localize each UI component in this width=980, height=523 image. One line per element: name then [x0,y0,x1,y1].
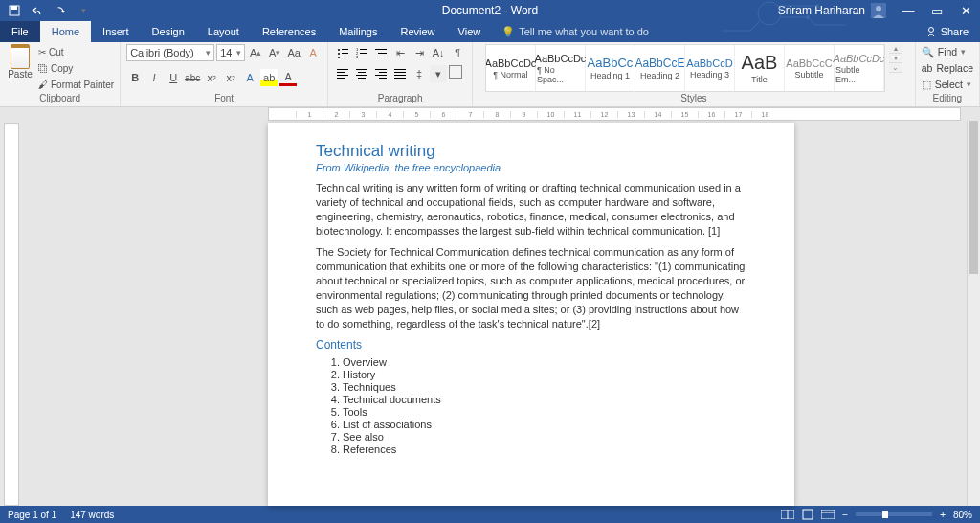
highlight-button[interactable]: ab [260,69,278,86]
italic-button[interactable]: I [145,69,163,86]
svg-rect-31 [375,69,387,70]
list-item[interactable]: Overview [343,355,746,368]
list-item[interactable]: List of associations [343,418,746,430]
user-photo-icon[interactable] [871,3,886,18]
increase-indent-button[interactable]: ⇥ [411,44,428,61]
style--normal[interactable]: AaBbCcDc¶ Normal [486,45,536,91]
bold-button[interactable]: B [126,69,144,86]
align-center-button[interactable] [353,65,370,82]
contents-heading[interactable]: Contents [316,338,746,352]
numbering-button[interactable]: 123 [353,44,370,61]
style-title[interactable]: AaBTitle [735,45,785,91]
zoom-out-button[interactable]: − [842,510,848,520]
subscript-button[interactable]: x2 [203,69,220,86]
text-effects-button[interactable]: A [241,69,258,86]
show-marks-button[interactable]: ¶ [449,44,466,61]
page-count[interactable]: Page 1 of 1 [8,510,56,520]
zoom-level[interactable]: 80% [953,510,972,520]
strike-button[interactable]: abc [184,69,201,86]
multilevel-button[interactable] [372,44,390,61]
bullets-button[interactable] [334,44,351,61]
tab-file[interactable]: File [0,21,40,42]
tab-home[interactable]: Home [40,21,91,42]
clear-format-button[interactable]: A [304,44,322,61]
undo-button[interactable] [27,1,48,20]
share-button[interactable]: Share [914,21,980,42]
select-label: Select [935,79,963,90]
doc-heading[interactable]: Technical writing [316,142,746,161]
maximize-button[interactable]: ▭ [923,0,951,21]
shading-button[interactable]: ▾ [430,65,447,82]
list-item[interactable]: Technical documents [343,393,746,405]
list-item[interactable]: History [343,368,746,380]
scroll-thumb[interactable] [969,121,978,274]
list-item[interactable]: References [343,443,746,455]
tab-view[interactable]: View [447,21,493,42]
borders-button[interactable] [449,65,462,79]
format-painter-button[interactable]: 🖌Format Painter [38,77,114,92]
tab-review[interactable]: Review [390,21,447,42]
tab-layout[interactable]: Layout [196,21,251,42]
word-count[interactable]: 147 words [70,510,114,520]
font-name-select[interactable]: Calibri (Body)▾ [126,44,214,61]
grow-font-button[interactable]: A▴ [247,44,264,61]
cut-button[interactable]: ✂Cut [38,44,114,59]
tab-insert[interactable]: Insert [91,21,141,42]
zoom-in-button[interactable]: + [940,510,946,520]
superscript-button[interactable]: x2 [222,69,239,86]
styles-scroll-up[interactable]: ▴ [889,44,902,54]
align-right-button[interactable] [372,65,390,82]
minimize-button[interactable]: — [894,0,923,21]
style--no-spac-[interactable]: AaBbCcDc¶ No Spac... [536,45,586,91]
style-heading-2[interactable]: AaBbCcEHeading 2 [635,45,685,91]
style-heading-1[interactable]: AaBbCcHeading 1 [586,45,635,91]
tab-mailings[interactable]: Mailings [327,21,389,42]
document-page[interactable]: Technical writing From Wikipedia, the fr… [268,123,794,506]
redo-button[interactable] [50,1,71,20]
font-size-select[interactable]: 14▾ [216,44,245,61]
underline-button[interactable]: U [165,69,182,86]
vertical-scrollbar[interactable] [967,121,980,506]
tab-design[interactable]: Design [141,21,196,42]
replace-button[interactable]: abReplace [922,60,973,76]
copy-button[interactable]: ⿻Copy [38,60,114,76]
list-item[interactable]: Techniques [343,380,746,393]
tab-references[interactable]: References [251,21,327,42]
qat-customize[interactable]: ▾ [73,1,94,20]
doc-para-1[interactable]: Technical writing is any written form of… [316,181,746,238]
styles-scroll-down[interactable]: ▾ [889,54,902,63]
align-left-button[interactable] [334,65,351,82]
styles-expand[interactable]: ⌄ [889,63,902,73]
tell-me-search[interactable]: 💡 Tell me what you want to do [492,21,649,42]
doc-subtitle[interactable]: From Wikipedia, the free encyclopaedia [316,162,746,173]
close-button[interactable]: ✕ [951,0,980,21]
list-item[interactable]: See also [343,430,746,443]
web-layout-button[interactable] [821,510,835,519]
list-item[interactable]: Tools [343,405,746,418]
shrink-font-button[interactable]: A▾ [266,44,283,61]
font-color-button[interactable]: A [279,69,297,86]
editing-group-label: Editing [922,93,973,104]
zoom-slider[interactable] [856,512,932,516]
decrease-indent-button[interactable]: ⇤ [391,44,409,61]
sort-button[interactable]: A↓ [430,44,447,61]
vertical-ruler[interactable] [4,123,19,506]
horizontal-ruler[interactable]: 123456789101112131415161718 [268,107,961,121]
print-layout-button[interactable] [802,509,813,520]
copy-label: Copy [51,63,73,74]
style-subtle-em-[interactable]: AaBbCcDcSubtle Em... [835,45,884,91]
paste-button[interactable]: Paste [6,44,34,80]
change-case-button[interactable]: Aa [285,44,302,61]
read-mode-button[interactable] [781,510,794,519]
save-button[interactable] [4,1,25,20]
find-button[interactable]: 🔍Find▾ [922,44,966,59]
style-subtitle[interactable]: AaBbCcCSubtitle [785,45,835,91]
contents-list[interactable]: OverviewHistoryTechniquesTechnical docum… [343,355,746,455]
select-button[interactable]: ⬚Select▾ [922,77,971,92]
style-heading-3[interactable]: AaBbCcDHeading 3 [685,45,735,91]
justify-button[interactable] [391,65,409,82]
zoom-thumb[interactable] [882,511,888,518]
line-spacing-button[interactable]: ‡ [411,65,428,82]
doc-para-2[interactable]: The Society for Technical Communication … [316,245,746,330]
svg-rect-36 [394,72,406,73]
